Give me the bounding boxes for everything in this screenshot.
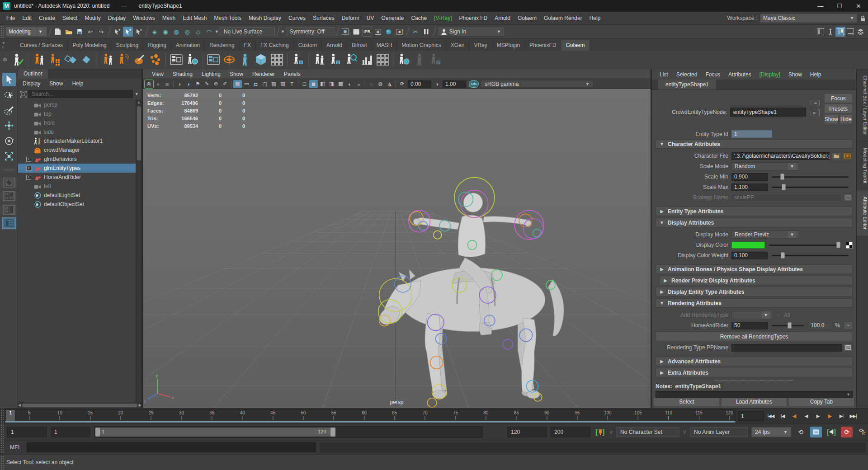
go-to-start-button[interactable]: |◀◀ [765,411,777,422]
ae-menu-selected[interactable]: Selected [672,71,702,78]
entity-type-id-field[interactable]: 1 [731,130,772,138]
outliner-item-charactermakerlocator1[interactable]: characterMakerLocator1 [18,136,136,146]
menu-uv[interactable]: UV [363,15,378,21]
shelf-tab-xgen[interactable]: XGen [446,40,470,51]
crowd-pair-icon[interactable] [312,52,326,68]
current-frame-field[interactable]: 1 [738,411,764,421]
animation-start-field[interactable]: 1 [7,427,47,437]
select-tool[interactable] [2,73,16,86]
lasso-select-tool[interactable] [2,88,16,102]
section-advanced-attributes[interactable]: ▶ Advanced Attributes [656,357,853,366]
particles-icon[interactable] [148,52,162,68]
section-extra-attributes[interactable]: ▶ Extra Attributes [656,368,853,377]
section-display-attributes[interactable]: ▼ Display Attributes [656,218,853,227]
shelf-tab-mash[interactable]: MASH [372,40,397,51]
go-to-end-button[interactable]: ▶▶| [847,411,859,422]
menu-phoenix-fd[interactable]: Phoenix FD [456,15,491,21]
behavior-editor-icon[interactable] [206,52,221,68]
make-live-icon[interactable]: ◠ [204,27,214,37]
shelf-tab-arnold[interactable]: Arnold [322,40,347,51]
menu-windows[interactable]: Windows [129,15,159,21]
animation-preferences-icon[interactable] [856,427,868,437]
ipr-render-icon[interactable]: IPR [362,27,372,37]
scale-max-field[interactable]: 1.100 [731,183,768,191]
display-color-weight-slider[interactable] [772,255,849,256]
menu-deform[interactable]: Deform [338,15,363,21]
camera-gate-icon[interactable]: ◗ [184,80,193,88]
browse-folder-icon[interactable] [832,152,841,160]
outliner-item-horseandrider[interactable]: +HorseAndRider [18,173,136,182]
render-proxy-icon[interactable] [396,52,411,68]
toolbar-separator[interactable] [335,26,340,37]
command-line-grip[interactable] [0,440,4,454]
play-backwards-button[interactable]: ◀ [800,411,812,422]
wireframe-icon[interactable]: ◻ [300,80,309,88]
exposure-icon[interactable]: ⟳ [398,80,406,88]
playback-loop-icon[interactable]: ⟲ [795,427,807,437]
display-color-swatch[interactable] [731,242,765,249]
emitter-icon[interactable] [116,52,131,68]
menu-create[interactable]: Create [35,15,59,21]
disabled-tool-icon[interactable] [412,52,427,68]
workspace-stack-icon[interactable] [855,27,865,37]
section-render-previz-display-attributes[interactable]: ▶ Render Previz Display Attributes [659,276,853,285]
character-editor-icon[interactable] [47,52,62,68]
add-renderingtype-dropdown[interactable]: ▼ [731,311,773,319]
outliner-menu-help[interactable]: Help [67,80,88,87]
open-scene-icon[interactable] [64,27,74,37]
set-key-icon[interactable] [594,427,606,437]
maximize-button[interactable]: ☐ [830,0,849,12]
vertical-tab-modeling-toolkit[interactable]: Modeling Toolkit [857,141,868,190]
presets-button[interactable]: Presets [824,104,853,113]
bookmark-icon[interactable]: ⚑ [193,80,202,88]
tab-entitytypeshape1[interactable]: entityTypeShape1 [658,80,716,89]
hide-button[interactable]: Hide [840,114,853,124]
workspace-outliner-icon[interactable] [816,27,826,37]
auto-keyframe-icon[interactable]: ⟳ [841,427,853,437]
section-animation-bones-display-attributes[interactable]: ▶ Animation Bones / Physics Shape Displa… [656,264,853,274]
shelf-tab-sculpting[interactable]: Sculpting [112,40,143,51]
viewport-menu-renderer[interactable]: Renderer [248,71,279,77]
scale-min-slider[interactable] [772,176,849,178]
play-forwards-button[interactable]: ▶ [812,411,824,422]
layout-editor-icon[interactable] [375,52,390,68]
horseandrider-percent-field[interactable]: 100.0 [808,322,833,329]
menu-v-ray[interactable]: [V-Ray] [430,15,455,21]
inspector-icon[interactable] [344,52,358,68]
export-cache-icon[interactable] [328,52,342,68]
shelf-tab-golaem[interactable]: Golaem [561,40,590,51]
scroll-up-icon[interactable]: ▲ [137,99,141,105]
measure-icon[interactable]: ✐ [221,80,229,88]
resolution-gate-icon[interactable]: ◘ [251,80,260,88]
toolbar-separator[interactable] [276,26,280,37]
scrollbar-thumb[interactable] [22,404,137,407]
command-output-field[interactable] [320,442,865,452]
workspace-anim-icon[interactable] [845,27,855,37]
close-button[interactable]: ✕ [849,0,868,12]
physics-icon[interactable] [238,52,252,68]
range-grip[interactable] [0,424,4,440]
current-frame-playhead[interactable]: 1 [6,410,15,421]
ae-menu-focus[interactable]: Focus [701,71,724,78]
snap-to-curve-icon[interactable]: ◉ [160,27,170,37]
select-camera-icon[interactable]: ◖ [175,80,184,88]
menu-modify[interactable]: Modify [81,15,104,21]
snap-to-projected-center-icon[interactable]: ◎ [182,27,192,37]
shelf-tab-rendering[interactable]: Rendering [205,40,239,51]
range-slider-track[interactable]: 1 120 [94,426,483,438]
workspace-selector[interactable]: Maya Classic▼ [760,14,857,23]
hypershade-icon[interactable] [384,27,394,37]
menu-arnold[interactable]: Arnold [491,15,514,21]
move-tool[interactable] [2,119,16,132]
xray-icon[interactable]: ◍ [376,80,385,88]
section-rendering-attributes[interactable]: ▼ Rendering Attributes [656,298,853,308]
vertical-tab-channel-box-layer-editor[interactable]: Channel Box / Layer Editor [857,69,868,141]
exposure-field[interactable]: 0.00 [408,80,431,88]
ae-menu-list[interactable]: List [656,71,672,78]
shelf-tab-vray[interactable]: VRay [469,40,492,51]
notes-resize-handle[interactable] [715,380,793,381]
image-plane-icon[interactable]: ▨ [278,80,287,88]
chevron-down-icon[interactable]: ▽ [683,430,686,434]
camera-lock-icon[interactable]: ◎ [145,80,153,88]
outliner-item-persp[interactable]: persp [18,100,136,109]
